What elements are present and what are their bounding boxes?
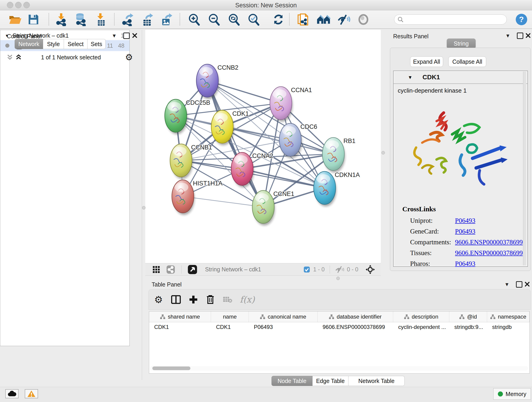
tab-style[interactable]: Style bbox=[43, 39, 64, 49]
node-label-HIST1H1A: HIST1H1A bbox=[193, 180, 222, 187]
save-session-button[interactable] bbox=[27, 13, 40, 26]
import-table-button[interactable] bbox=[94, 13, 108, 26]
table-cell-1[interactable]: CDK1 bbox=[211, 322, 249, 332]
control-panel-menu-icon[interactable]: ▾ bbox=[113, 32, 116, 38]
scrollbar-thumb[interactable] bbox=[152, 366, 190, 370]
table-cell-6[interactable]: stringdb bbox=[487, 322, 530, 332]
crosslink-value-link[interactable]: P06493 bbox=[455, 228, 475, 235]
node-RB1[interactable]: RB1 bbox=[322, 138, 355, 172]
delete-column-icon[interactable] bbox=[206, 295, 215, 304]
tab-string[interactable]: String bbox=[447, 38, 476, 49]
node-CCNA1[interactable]: CCNA1 bbox=[270, 87, 312, 122]
title-bar: Session: New Session bbox=[0, 0, 532, 10]
table-cell-4[interactable]: cyclin-dependent ... bbox=[393, 322, 449, 332]
column-header-5[interactable]: @id bbox=[449, 312, 487, 322]
results-panel-close-icon[interactable] bbox=[525, 33, 531, 38]
table-settings-gear-icon[interactable]: ⚙ bbox=[154, 294, 163, 305]
export-table-button[interactable] bbox=[140, 13, 154, 26]
delete-table-icon-disabled[interactable] bbox=[223, 296, 232, 303]
export-network-button[interactable] bbox=[121, 13, 135, 26]
network-graph[interactable]: CCNB2CCNA1CDC25BCDK1CDC6RB1CCNB1CCNA2CDK… bbox=[145, 30, 381, 263]
node-CDKN1A[interactable]: CDKN1A bbox=[314, 172, 360, 206]
open-in-window-icon[interactable] bbox=[188, 265, 197, 274]
gear-icon[interactable]: ⚙ bbox=[125, 52, 133, 62]
houses-icon bbox=[317, 14, 330, 25]
memory-button[interactable]: Memory bbox=[493, 388, 531, 400]
tab-network-table[interactable]: Network Table bbox=[348, 376, 405, 386]
zoom-in-button[interactable] bbox=[187, 13, 201, 26]
crosslink-value-link[interactable]: P06493 bbox=[455, 217, 475, 224]
grid-view-icon[interactable] bbox=[152, 266, 160, 273]
control-panel-float-icon[interactable] bbox=[123, 32, 130, 39]
refresh-view-button[interactable] bbox=[272, 13, 285, 26]
tab-edge-table[interactable]: Edge Table bbox=[312, 376, 348, 386]
tab-network[interactable]: Network bbox=[15, 39, 43, 49]
column-header-2[interactable]: canonical name bbox=[249, 312, 317, 322]
zoom-out-button[interactable] bbox=[207, 13, 221, 26]
birds-eye-view-icon[interactable] bbox=[166, 265, 175, 274]
edge-CCNE1-HIST1H1A[interactable] bbox=[183, 196, 263, 207]
function-builder-icon-disabled[interactable]: f(x) bbox=[240, 294, 255, 305]
node-CCNB1[interactable]: CCNB1 bbox=[170, 144, 212, 179]
show-all-networks-button[interactable] bbox=[317, 13, 330, 26]
network-canvas[interactable]: CCNB2CCNA1CDC25BCDK1CDC6RB1CCNB1CCNA2CDK… bbox=[145, 30, 381, 263]
hidden-eye-slash-icon[interactable] bbox=[335, 266, 344, 273]
zoom-fit-button[interactable] bbox=[227, 13, 241, 26]
gene-card-header[interactable]: ▾ CDK1 bbox=[394, 71, 527, 84]
crosslink-value-link[interactable]: P06493 bbox=[455, 260, 475, 268]
column-header-1[interactable]: name bbox=[211, 312, 249, 322]
gene-collapse-icon[interactable]: ▾ bbox=[409, 74, 412, 80]
table-panel-menu-icon[interactable]: ▾ bbox=[505, 281, 508, 287]
table-cell-2[interactable]: P06493 bbox=[249, 322, 317, 332]
crosslink-value-link[interactable]: 9606.ENSP00000378699 bbox=[455, 249, 523, 257]
crosslink-label: Pharos: bbox=[410, 260, 455, 268]
table-horizontal-scrollbar[interactable] bbox=[150, 366, 528, 370]
results-panel-menu-icon[interactable]: ▾ bbox=[506, 32, 509, 38]
warnings-button[interactable] bbox=[25, 389, 38, 398]
selected-checkbox-icon[interactable] bbox=[304, 266, 310, 273]
search-input[interactable] bbox=[404, 16, 500, 23]
table-cell-5[interactable]: stringdb:9... bbox=[449, 322, 487, 332]
results-scrollbar[interactable] bbox=[523, 71, 526, 265]
node-CCNE1[interactable]: CCNE1 bbox=[252, 191, 294, 225]
column-header-3[interactable]: database identifier bbox=[317, 312, 393, 322]
column-header-label: name bbox=[223, 313, 237, 320]
node-HIST1H1A[interactable]: HIST1H1A bbox=[172, 180, 222, 215]
hide-selected-button[interactable] bbox=[337, 13, 351, 26]
control-panel-close-icon[interactable] bbox=[132, 33, 138, 38]
column-header-6[interactable]: namespace bbox=[487, 312, 530, 322]
edge-CCNB2-CCNE1[interactable] bbox=[207, 81, 263, 207]
collapse-all-button[interactable]: Collapse All bbox=[448, 56, 486, 67]
export-image-button[interactable] bbox=[159, 13, 173, 26]
tab-node-table[interactable]: Node Table bbox=[272, 376, 312, 386]
import-network-from-database-button[interactable] bbox=[74, 13, 88, 26]
search-box[interactable] bbox=[394, 14, 507, 25]
cloud-status-button[interactable] bbox=[5, 389, 19, 398]
left-splitter-handle[interactable] bbox=[142, 206, 146, 210]
help-button[interactable]: ? bbox=[515, 13, 528, 26]
column-header-label: @id bbox=[467, 313, 477, 320]
open-session-button[interactable] bbox=[8, 13, 22, 26]
table-cell-0[interactable]: CDK1 bbox=[149, 322, 211, 332]
column-header-4[interactable]: description bbox=[393, 312, 449, 322]
add-column-icon[interactable] bbox=[189, 295, 198, 304]
edge-CCNA2-CDKN1A[interactable] bbox=[242, 169, 325, 188]
table-panel-close-icon[interactable] bbox=[525, 281, 530, 287]
show-columns-icon[interactable] bbox=[171, 295, 181, 304]
column-header-0[interactable]: shared name bbox=[149, 312, 211, 322]
results-panel-float-icon[interactable] bbox=[517, 32, 523, 39]
table-cell-3[interactable]: 9606.ENSP00000378699 bbox=[317, 322, 393, 332]
clone-network-button[interactable] bbox=[296, 13, 310, 26]
table-panel-float-icon[interactable] bbox=[516, 281, 522, 288]
fit-content-crosshair-icon[interactable] bbox=[365, 264, 375, 274]
tab-sets[interactable]: Sets bbox=[88, 39, 106, 49]
tab-select[interactable]: Select bbox=[64, 39, 88, 49]
show-hidden-button-disabled[interactable] bbox=[356, 13, 370, 26]
column-header-label: shared name bbox=[168, 313, 200, 320]
import-network-button[interactable] bbox=[55, 13, 68, 26]
crosslink-value-link[interactable]: 9606.ENSP00000378699 bbox=[455, 238, 523, 246]
expand-all-button[interactable]: Expand All bbox=[410, 56, 443, 67]
node-CCNB2[interactable]: CCNB2 bbox=[196, 64, 239, 99]
zoom-selected-button[interactable] bbox=[247, 13, 260, 26]
main-toolbar: ? bbox=[0, 10, 532, 29]
